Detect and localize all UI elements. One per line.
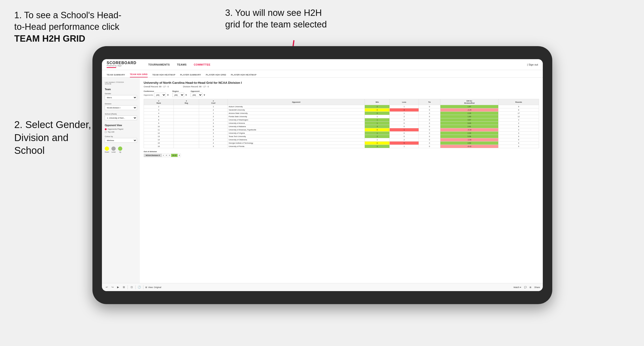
cell-loss: 4 <box>390 108 418 112</box>
cell-opponent: University of Arkansas, Fayetteville <box>228 128 365 132</box>
region-select[interactable]: (All) <box>172 93 184 97</box>
legend: Down Level Up <box>105 147 137 153</box>
cell-diff: 2.33 <box>440 132 498 135</box>
cell-rounds: 8 <box>498 125 539 128</box>
share-button[interactable]: Share <box>534 286 540 289</box>
grid-area: University of North Carolina Head-to-Hea… <box>140 78 543 283</box>
cell-loss: 1 <box>390 105 418 108</box>
cell-rank: 16 <box>144 145 174 148</box>
grid-title: University of North Carolina Head-to-Hea… <box>144 81 539 84</box>
cell-opponent: Arizona State University <box>228 112 365 115</box>
cell-conf: 2 <box>199 115 228 118</box>
conference-select[interactable]: (All) <box>154 93 166 97</box>
redo-icon[interactable]: ↪ <box>110 285 114 289</box>
cell-tie: 0 <box>418 115 440 118</box>
sign-out[interactable]: | Sign out <box>527 63 538 66</box>
cell-diff: 2.61 <box>440 125 498 128</box>
cell-diff: 9.00 <box>440 122 498 125</box>
table-row: 10 5 University of Alabama 3 0 0 2.61 8 <box>144 125 539 128</box>
out-of-division-label: Out of division <box>144 151 539 153</box>
nav-tournaments[interactable]: TOURNAMENTS <box>148 63 170 66</box>
cell-tie: 0 <box>418 135 440 138</box>
cell-opponent: University of Virginia <box>228 132 365 135</box>
cell-tie: 0 <box>418 122 440 125</box>
table-row: 15 4 Georgia Institute of Technology 0 5… <box>144 142 539 145</box>
cell-reg <box>174 115 199 118</box>
watch-button[interactable]: Watch ▾ <box>514 286 521 289</box>
main-content: Last Updated: 27/03/2024 16:55:38 Team G… <box>102 78 543 283</box>
cell-rank: 4 <box>144 112 174 115</box>
comment-icon[interactable]: 💬 <box>524 286 527 289</box>
cell-conf: 2 <box>199 138 228 142</box>
col-reg: #Reg <box>174 99 199 105</box>
cell-reg <box>174 135 199 138</box>
subnav-team-h2h-heatmap[interactable]: TEAM H2H HEATMAP <box>152 74 176 77</box>
subnav-player-h2h-grid[interactable]: PLAYER H2H GRID <box>206 74 226 77</box>
crop-icon[interactable]: ⊡ <box>130 285 134 289</box>
undo-icon[interactable]: ↩ <box>105 285 108 289</box>
ood-rounds: 3 <box>178 154 181 157</box>
annotation-3: 3. You will now see H2H grid for the tea… <box>225 7 327 30</box>
cell-rounds: 17 <box>498 112 539 115</box>
cell-win: 1 <box>365 122 390 125</box>
colour-by-select[interactable]: Win/loss <box>105 138 137 143</box>
copy-icon[interactable]: ⊞ <box>122 285 126 289</box>
opponent-view-label: Opponent View <box>105 124 137 127</box>
subnav-player-summary[interactable]: PLAYER SUMMARY <box>180 74 201 77</box>
cell-diff: -1.00 <box>440 138 498 142</box>
legend-level: Level <box>112 147 116 153</box>
cell-loss: 0 <box>390 122 418 125</box>
cell-loss: 0 <box>390 135 418 138</box>
cell-win: 3 <box>365 135 390 138</box>
cell-reg <box>174 128 199 132</box>
cell-opponent: University of Washington <box>228 118 365 122</box>
cell-diff: 3.67 <box>440 118 498 122</box>
table-row: 12 3 University of Virginia 1 0 0 2.33 3 <box>144 132 539 135</box>
bottom-toolbar: ↩ ↪ ▶ ⊞ ⊡ 🕐 ⊞ View: Original Watch ▾ 💬 ⊞… <box>102 283 543 291</box>
view-original[interactable]: ⊞ View: Original <box>145 286 161 289</box>
cell-rank: 3 <box>144 108 174 112</box>
nav-items: TOURNAMENTS TEAMS COMMITTEE <box>148 63 210 66</box>
table-row: 13 1 Texas Tech University 3 0 0 5.56 9 <box>144 135 539 138</box>
cell-rounds: 9 <box>498 145 539 148</box>
radio-opponents-label[interactable]: Opponents Played <box>105 128 137 130</box>
cell-diff: 4.50 <box>440 142 498 145</box>
cell-tie: 0 <box>418 125 440 128</box>
logo-sub: Powered by clippi <box>107 65 136 67</box>
cell-tie: 0 <box>418 105 440 108</box>
nav-teams[interactable]: TEAMS <box>177 63 186 66</box>
forward-icon[interactable]: ▶ <box>116 285 120 289</box>
subnav-team-summary[interactable]: TEAM SUMMARY <box>107 74 125 77</box>
cell-win: 3 <box>365 125 390 128</box>
cell-tie: 0 <box>418 145 440 148</box>
cell-win: 0 <box>365 128 390 132</box>
division-select[interactable]: NCAA Division I NCAA Division II NCAA Di… <box>105 105 137 110</box>
cell-rounds: 12 <box>498 115 539 118</box>
cell-rank: 12 <box>144 132 174 135</box>
region-filter: Region (All) ▼ <box>172 90 187 97</box>
cell-tie: 0 <box>418 128 440 132</box>
cell-loss: 2 <box>390 138 418 142</box>
nav-committee[interactable]: COMMITTEE <box>194 63 210 66</box>
cell-win: 3 <box>365 145 390 148</box>
subnav-player-h2h-heatmap[interactable]: PLAYER H2H HEATMAP <box>231 74 256 77</box>
sidebar-gender-label: Gender <box>105 93 137 95</box>
gender-select[interactable]: Men's Women's <box>105 95 137 100</box>
radio-top100-label[interactable]: Top 100 <box>105 131 137 133</box>
clock-icon[interactable]: 🕐 <box>138 285 141 289</box>
filter-section: Conference Opponents: (All) ▼ Region <box>144 90 539 97</box>
sub-nav: TEAM SUMMARY TEAM H2H GRID TEAM H2H HEAT… <box>102 70 543 78</box>
subnav-team-h2h-grid[interactable]: TEAM H2H GRID <box>130 73 148 77</box>
cell-rounds: 9 <box>498 105 539 108</box>
cell-opponent: Florida State University <box>228 115 365 118</box>
cell-rounds: 9 <box>498 138 539 142</box>
annotation-1: 1. To see a School's Head- to-Head perfo… <box>14 9 121 44</box>
school-select[interactable]: 1. University of Nort... <box>105 116 137 120</box>
nav-bar: SCOREBOARD Powered by clippi TOURNAMENTS… <box>102 59 543 70</box>
overall-record: Overall Record: 89 - 17 - 0 <box>144 85 169 88</box>
opponent-select[interactable]: (All) <box>190 93 202 97</box>
cell-conf: 1 <box>199 105 228 108</box>
grid-icon[interactable]: ⊞ <box>530 286 532 289</box>
opponents-label: Opponents: <box>144 94 153 96</box>
cell-diff: 1.67 <box>440 105 498 108</box>
